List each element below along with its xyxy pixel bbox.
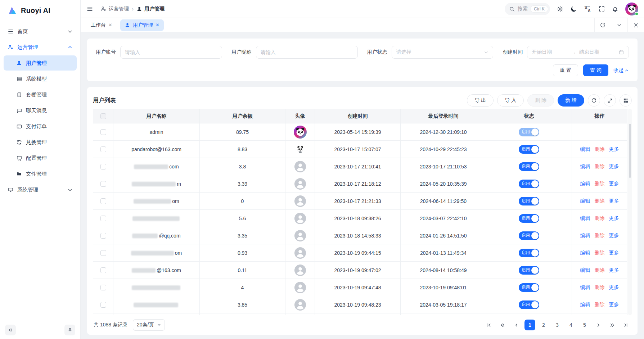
close-icon[interactable]: ✕	[156, 23, 159, 27]
more-link[interactable]: 更多	[609, 267, 619, 273]
more-link[interactable]: 更多	[609, 163, 619, 169]
row-checkbox[interactable]	[100, 267, 106, 273]
hamburger-menu-button[interactable]	[86, 5, 93, 12]
page-1-button[interactable]: 1	[524, 320, 535, 330]
more-link[interactable]: 更多	[609, 302, 619, 307]
column-settings-button[interactable]	[620, 94, 632, 107]
more-link[interactable]: 更多	[609, 146, 619, 152]
edit-link[interactable]: 编辑	[580, 198, 590, 204]
breadcrumb-user-management[interactable]: 用户管理	[136, 6, 165, 12]
tab-workbench[interactable]: 工作台 ✕	[86, 19, 117, 31]
edit-link[interactable]: 编辑	[580, 302, 590, 307]
page-2-button[interactable]: 2	[538, 320, 549, 330]
first-page-button[interactable]	[483, 320, 494, 330]
row-checkbox[interactable]	[100, 216, 106, 221]
status-toggle[interactable]: 启用	[519, 145, 539, 154]
status-toggle[interactable]: 启用	[519, 214, 539, 223]
nickname-input[interactable]	[256, 46, 358, 59]
notifications-button[interactable]	[612, 5, 619, 13]
row-checkbox[interactable]	[100, 164, 106, 170]
refresh-table-button[interactable]	[588, 94, 600, 107]
status-toggle[interactable]: 启用	[519, 231, 539, 240]
refresh-page-button[interactable]	[594, 18, 611, 32]
settings-button[interactable]	[557, 5, 564, 13]
tab-options-button[interactable]	[611, 18, 627, 32]
delete-link[interactable]: 删除	[595, 146, 605, 152]
user-avatar[interactable]	[625, 3, 638, 15]
sidebar-item-payment-orders[interactable]: 支付订单	[4, 119, 77, 134]
delete-link[interactable]: 删除	[595, 163, 605, 169]
delete-link[interactable]: 删除	[595, 250, 605, 256]
row-checkbox[interactable]	[100, 285, 106, 290]
sidebar-item-exchange-management[interactable]: 兑换管理	[4, 135, 77, 150]
tab-user-management[interactable]: 用户管理 ✕	[120, 19, 164, 31]
more-link[interactable]: 更多	[609, 284, 619, 290]
breadcrumb-operations[interactable]: 运营管理	[100, 6, 129, 12]
row-checkbox[interactable]	[100, 198, 106, 204]
more-link[interactable]: 更多	[609, 232, 619, 238]
account-input[interactable]	[120, 46, 222, 59]
table-scrollbar[interactable]	[628, 109, 632, 315]
status-toggle[interactable]: 启用	[519, 128, 539, 136]
edit-link[interactable]: 编辑	[580, 146, 590, 152]
row-checkbox[interactable]	[100, 250, 106, 256]
sidebar-item-system-management[interactable]: 系统管理	[4, 182, 77, 197]
previous-page-button[interactable]	[511, 320, 522, 330]
row-checkbox[interactable]	[100, 146, 106, 152]
page-4-button[interactable]: 4	[566, 320, 576, 330]
status-toggle[interactable]: 启用	[519, 180, 539, 188]
sidebar-collapse-button[interactable]	[5, 325, 16, 335]
table-fullscreen-button[interactable]	[604, 94, 616, 107]
more-link[interactable]: 更多	[609, 215, 619, 221]
sidebar-item-user-management[interactable]: 用户管理	[4, 55, 77, 71]
dark-mode-button[interactable]	[570, 5, 577, 13]
select-all-checkbox[interactable]	[100, 113, 106, 119]
status-toggle[interactable]: 启用	[519, 266, 539, 275]
page-3-button[interactable]: 3	[552, 320, 563, 330]
page-5-button[interactable]: 5	[579, 320, 590, 330]
global-search[interactable]: 搜索 Ctrl K	[505, 3, 550, 15]
collapse-filter-link[interactable]: 收起	[613, 67, 629, 74]
delete-link[interactable]: 删除	[595, 198, 605, 204]
status-toggle[interactable]: 启用	[519, 197, 539, 205]
edit-link[interactable]: 编辑	[580, 250, 590, 256]
close-icon[interactable]: ✕	[108, 23, 112, 27]
sidebar-item-home[interactable]: 首页	[4, 24, 77, 39]
reset-button[interactable]: 重 置	[553, 64, 578, 76]
status-select[interactable]: 请选择	[392, 46, 494, 59]
scrollbar-thumb[interactable]	[629, 124, 631, 178]
row-checkbox[interactable]	[100, 302, 106, 308]
edit-link[interactable]: 编辑	[580, 232, 590, 238]
delete-button[interactable]: 删 除	[527, 94, 554, 107]
add-button[interactable]: 新 增	[558, 94, 584, 107]
fullscreen-button[interactable]	[598, 5, 605, 12]
delete-link[interactable]: 删除	[595, 232, 605, 238]
search-button[interactable]: 查 询	[583, 64, 608, 76]
more-link[interactable]: 更多	[609, 250, 619, 256]
row-checkbox[interactable]	[100, 181, 106, 187]
status-toggle[interactable]: 启用	[519, 249, 539, 257]
more-link[interactable]: 更多	[609, 181, 619, 186]
edit-link[interactable]: 编辑	[580, 284, 590, 290]
status-toggle[interactable]: 启用	[519, 283, 539, 292]
delete-link[interactable]: 删除	[595, 302, 605, 307]
import-button[interactable]: 导 入	[497, 94, 524, 107]
edit-link[interactable]: 编辑	[580, 267, 590, 273]
sidebar-item-chat-messages[interactable]: 聊天消息	[4, 103, 77, 118]
sidebar-item-config-management[interactable]: 配置管理	[4, 150, 77, 166]
sidebar-item-operations[interactable]: 运营管理	[4, 40, 77, 55]
sidebar-pin-button[interactable]	[64, 325, 75, 335]
jump-forward-button[interactable]	[607, 320, 617, 330]
date-range-picker[interactable]: 开始日期 → 结束日期	[527, 46, 629, 59]
sidebar-item-file-management[interactable]: 文件管理	[4, 166, 77, 181]
row-checkbox[interactable]	[100, 233, 106, 239]
edit-link[interactable]: 编辑	[580, 215, 590, 221]
delete-link[interactable]: 删除	[595, 267, 605, 273]
sidebar-item-system-model[interactable]: 系统模型	[4, 71, 77, 86]
maximize-content-button[interactable]	[627, 18, 644, 32]
delete-link[interactable]: 删除	[595, 284, 605, 290]
translate-button[interactable]: 文A	[584, 5, 592, 13]
row-checkbox[interactable]	[100, 129, 106, 135]
status-toggle[interactable]: 启用	[519, 300, 539, 309]
delete-link[interactable]: 删除	[595, 181, 605, 186]
